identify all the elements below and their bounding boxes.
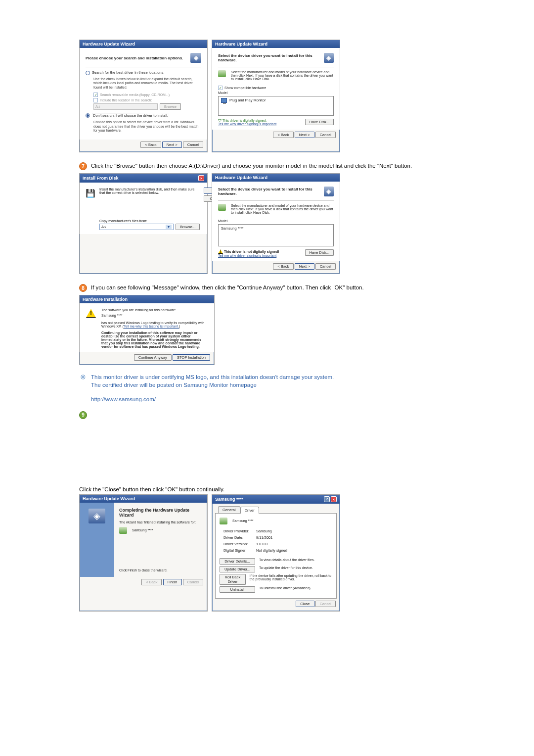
dlg-title-text: Hardware Installation <box>83 297 128 302</box>
driver-details-button[interactable]: Driver Details... <box>220 558 255 565</box>
radio-subtext: Choose this option to select the device … <box>93 120 201 133</box>
radio-dot-icon <box>86 71 90 75</box>
path-combo[interactable]: A:\ ▾ <box>99 224 174 230</box>
table-row: Digital Signer:Not digitally signed <box>221 548 290 553</box>
dlg-heading: Select the device driver you want to ins… <box>218 187 334 196</box>
have-disk-button[interactable]: Have Disk... <box>305 119 334 125</box>
finish-button[interactable]: Finish <box>163 579 182 585</box>
driver-info-table: Driver Provider:Samsung Driver Date:9/11… <box>220 527 291 554</box>
btn-desc: To view details about the driver files. <box>259 558 314 565</box>
checkbox-label: Search removable media (floppy, CD-ROM..… <box>100 93 170 96</box>
dlg-title-text: Hardware Update Wizard <box>215 175 267 180</box>
back-button[interactable]: < Back <box>273 132 293 138</box>
have-disk-button[interactable]: Have Disk... <box>305 249 334 256</box>
tab-row: General Driver <box>218 506 337 513</box>
samsung-link[interactable]: http://www.samsung.com/ <box>91 396 156 402</box>
warning-icon: ! <box>86 308 96 318</box>
copy-from-label: Copy manufacturer's files from: <box>99 219 200 223</box>
close-icon[interactable]: × <box>331 496 337 502</box>
step-text: If you can see following "Message" windo… <box>91 284 364 292</box>
next-button[interactable]: Next > <box>295 263 314 270</box>
hwinst-warning-text: Continuing your installation of this sof… <box>101 331 208 348</box>
dlg-completing-wizard: Hardware Update Wizard ◈ Completing the … <box>79 494 208 612</box>
dlg-title: Hardware Installation <box>80 295 214 303</box>
step-9-text: Click the "Close" button then click "OK"… <box>79 486 455 492</box>
hwinst-logo-line: has not passed Windows Logo testing to v… <box>101 321 208 328</box>
back-button-disabled: < Back <box>141 579 162 585</box>
complete-finish-text: Click Finish to close the wizard. <box>119 568 202 572</box>
table-row: Driver Provider:Samsung <box>221 528 290 534</box>
next-button[interactable]: Next > <box>162 142 182 148</box>
browse-button-disabled: Browse <box>160 103 181 110</box>
back-button[interactable]: < Back <box>140 142 161 148</box>
row-install-from-disk: Install From Disk × 💾 Insert the manufac… <box>79 173 455 274</box>
dlg-title: Install From Disk × <box>80 174 207 183</box>
heading-text: Please choose your search and installati… <box>86 56 183 60</box>
btn-desc: If the device fails after updating the d… <box>250 574 332 585</box>
wizard-icon: ◈ <box>324 53 334 63</box>
check-show-compat[interactable]: ✓ Show compatible hardware <box>218 86 334 90</box>
dlg-title-text: Samsung **** <box>215 497 243 502</box>
model-listbox[interactable]: Plug and Play Monitor <box>218 96 334 116</box>
checkbox-label: Show compatible hardware <box>224 86 266 90</box>
radio-search-best[interactable]: Search for the best driver in these loca… <box>86 70 201 75</box>
dlg-search-options: Hardware Update Wizard Please choose you… <box>79 40 208 152</box>
radio-dont-search[interactable]: Don't search. I will choose the driver t… <box>86 113 201 118</box>
update-driver-button[interactable]: Update Driver... <box>220 566 255 572</box>
tab-general[interactable]: General <box>218 506 240 513</box>
list-item[interactable]: Plug and Play Monitor <box>229 98 266 102</box>
cancel-button-disabled: Cancel <box>183 579 203 585</box>
driver-signing-link[interactable]: Tell me why driver signing is important <box>218 122 276 126</box>
dlg-title: Hardware Update Wizard <box>80 40 207 48</box>
dlg-device-properties: Samsung **** ? × General Driver Samsung … <box>212 494 340 612</box>
desc-text: Select the manufacturer and model of you… <box>231 70 334 81</box>
stop-installation-button[interactable]: STOP Installation <box>173 354 210 361</box>
radio-subtext: Use the check boxes below to limit or ex… <box>93 77 201 90</box>
logo-testing-link[interactable]: Tell me why this testing is important. <box>124 325 179 328</box>
driver-signing-link[interactable]: Tell me why driver signing is important <box>218 254 279 257</box>
next-button[interactable]: Next > <box>295 132 314 138</box>
table-row: Driver Date:9/11/2001 <box>221 535 290 540</box>
wizard-icon: ◈ <box>190 53 201 63</box>
dlg-select-driver-pnp: Hardware Update Wizard Select the device… <box>212 40 340 152</box>
checkbox-icon <box>93 98 98 102</box>
complete-title: Completing the Hardware Update Wizard <box>119 508 202 518</box>
dlg-select-driver-samsung: Hardware Update Wizard Select the device… <box>212 173 340 274</box>
close-icon[interactable]: × <box>198 175 204 181</box>
radio-dot-icon <box>86 113 90 118</box>
wizard-sidebar: ◈ <box>80 503 114 577</box>
complete-device: Samsung **** <box>132 528 153 532</box>
note-line2: The certified driver will be posted on S… <box>91 381 334 389</box>
rollback-driver-button[interactable]: Roll Back Driver <box>220 574 246 585</box>
cancel-button[interactable]: Cancel <box>183 142 203 148</box>
monitor-icon <box>221 98 227 103</box>
note-line1: This monitor driver is under certifying … <box>91 373 334 381</box>
cancel-button[interactable]: Cancel <box>315 132 336 138</box>
driver-icon <box>218 70 226 77</box>
driver-icon <box>220 518 227 524</box>
dlg-heading: Please choose your search and installati… <box>86 53 201 63</box>
step-number-icon: 7 <box>79 162 87 170</box>
tab-driver[interactable]: Driver <box>240 507 259 514</box>
browse-button[interactable]: Browse... <box>176 224 200 230</box>
list-item[interactable]: Samsung **** <box>221 226 243 231</box>
chevron-down-icon[interactable]: ▾ <box>166 225 172 229</box>
help-icon[interactable]: ? <box>324 496 330 502</box>
not-signed-status: ! This driver is not digitally signed! <box>218 249 279 254</box>
button-row: < Back Next > Cancel <box>212 130 340 142</box>
back-button[interactable]: < Back <box>273 263 293 270</box>
btn-desc: To update the driver for this device. <box>259 566 313 572</box>
model-listbox[interactable]: Samsung **** <box>218 224 334 246</box>
checkbox-icon: ✓ <box>218 86 222 90</box>
table-row: Driver Version:1.0.0.0 <box>221 541 290 547</box>
continue-anyway-button[interactable]: Continue Anyway <box>134 354 172 361</box>
close-button[interactable]: Close <box>296 601 314 607</box>
dlg-title: Hardware Update Wizard <box>212 174 340 182</box>
model-label: Model <box>218 91 334 94</box>
complete-sub: The wizard has finished installing the s… <box>119 520 202 524</box>
checkbox-icon: ✓ <box>93 93 98 97</box>
dlg-title: Samsung **** ? × <box>212 495 340 504</box>
uninstall-button[interactable]: Uninstall <box>220 586 255 593</box>
cancel-button[interactable]: Cancel <box>315 263 336 270</box>
path-input-disabled: A:\ <box>93 103 158 110</box>
